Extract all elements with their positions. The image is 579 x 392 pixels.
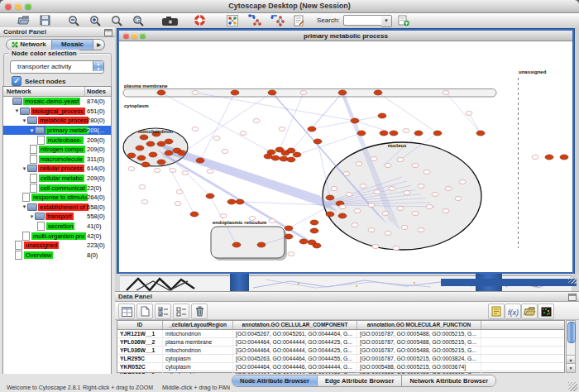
frame-zoom-button[interactable] (140, 33, 146, 39)
select-nodes-checkbox[interactable]: ✓ (12, 76, 22, 86)
network-node[interactable] (227, 199, 236, 204)
network-node-small[interactable] (240, 131, 246, 136)
network-node[interactable] (165, 139, 173, 144)
network-edge[interactable] (166, 150, 330, 204)
network-view-titlebar[interactable]: primary metabolic process (119, 31, 572, 41)
network-edge[interactable] (163, 148, 327, 203)
network-node-small[interactable] (192, 127, 199, 131)
new-attribute-icon[interactable] (136, 304, 153, 319)
zoom-fit-icon[interactable] (109, 14, 123, 26)
network-node[interactable] (313, 139, 322, 144)
scrollbar-thumb[interactable] (567, 322, 576, 343)
network-node-small[interactable] (389, 187, 395, 191)
tree-row[interactable]: ▼biological_process651(0) (3, 107, 111, 117)
network-edge[interactable] (312, 93, 342, 129)
network-edge[interactable] (297, 133, 361, 155)
table-cell[interactable]: YJR121W__1 (117, 330, 163, 337)
network-edge[interactable] (165, 149, 329, 203)
table-cell[interactable]: [GO:0016787, GO:0005488, GO:0005215, G..… (357, 347, 481, 354)
table-cell[interactable]: [GO:0044464, GO:0044444, GO:0044425, G..… (233, 347, 357, 354)
network-node[interactable] (378, 113, 386, 118)
network-node[interactable] (374, 90, 382, 95)
network-node-small[interactable] (393, 246, 400, 251)
network-node[interactable] (560, 155, 568, 160)
network-node-small[interactable] (141, 200, 148, 204)
network-node-small[interactable] (128, 167, 135, 171)
network-node[interactable] (287, 148, 295, 153)
table-scrollbar[interactable]: ▲ ▼ (566, 320, 576, 373)
node-color-dropdown[interactable]: transporter activity ▲▼ (10, 60, 104, 74)
tree-row[interactable]: multi-organism pro42(0) (3, 231, 111, 241)
disclosure-arrow-icon[interactable]: ▼ (14, 108, 20, 113)
network-edge[interactable] (168, 151, 333, 207)
network-node-small[interactable] (443, 91, 449, 95)
network-node[interactable] (310, 228, 318, 233)
network-node[interactable] (141, 162, 150, 167)
zoom-button[interactable] (25, 3, 31, 10)
network-node[interactable] (137, 155, 146, 160)
network-node[interactable] (476, 131, 485, 136)
network-node-small[interactable] (532, 155, 538, 160)
network-edge[interactable] (446, 93, 481, 133)
tab-network[interactable]: Network (6, 39, 52, 50)
network-node-small[interactable] (443, 209, 449, 213)
network-edge[interactable] (167, 151, 332, 206)
table-cell[interactable]: cytoplasm (163, 355, 233, 362)
background-frame-edge[interactable] (230, 274, 249, 291)
zoom-out-icon[interactable] (66, 14, 80, 26)
import-table-icon[interactable] (521, 304, 538, 319)
network-node-small[interactable] (346, 193, 352, 197)
network-node[interactable] (280, 156, 288, 161)
network-edge[interactable] (289, 207, 328, 228)
network-node-small[interactable] (222, 150, 228, 154)
network-node-small[interactable] (432, 193, 438, 197)
tree-row[interactable]: Overview8(0) (3, 251, 111, 261)
minimize-button[interactable] (15, 3, 22, 10)
tree-row[interactable]: ▼primary metabo209(... (3, 126, 111, 136)
network-node-small[interactable] (253, 119, 260, 123)
network-node-small[interactable] (269, 219, 275, 223)
background-window-fragment[interactable] (120, 275, 230, 291)
formula-icon[interactable]: f(x) (505, 304, 521, 319)
network-edge[interactable] (280, 93, 304, 150)
network-node-small[interactable] (404, 191, 410, 195)
tab-edge-attribute-browser[interactable]: Edge Attribute Browser (318, 375, 402, 386)
table-cell[interactable]: [GO:0044464, GO:0044444, GO:0044425, G..… (233, 338, 357, 346)
network-edge[interactable] (170, 154, 336, 210)
tree-row[interactable]: secretion41(0) (3, 222, 111, 232)
network-node-small[interactable] (385, 164, 391, 168)
network-node[interactable] (268, 90, 276, 95)
table-cell[interactable]: mitochondrion (163, 330, 233, 337)
network-overview-icon[interactable] (225, 14, 239, 26)
network-edge[interactable] (164, 149, 328, 203)
disclosure-arrow-icon[interactable]: ▼ (29, 128, 35, 133)
attribute-table-icon[interactable] (118, 304, 135, 319)
column-id[interactable]: ID (117, 321, 163, 329)
network-node-small[interactable] (371, 157, 377, 161)
network-node-small[interactable] (339, 205, 346, 209)
save-session-icon[interactable] (38, 14, 52, 26)
network-edge[interactable] (169, 152, 333, 208)
network-canvas[interactable]: plasma membrane cytoplasm mitochondrion … (119, 41, 572, 272)
network-node-small[interactable] (279, 127, 285, 131)
network-node-small[interactable] (343, 172, 350, 176)
tab-mosaic[interactable]: Mosaic (52, 39, 93, 50)
tree-row[interactable]: macromolecule311(0) (3, 155, 111, 165)
network-node[interactable] (299, 239, 308, 244)
network-node[interactable] (157, 141, 165, 146)
frame-resize-grip[interactable] (568, 275, 577, 284)
close-button[interactable] (5, 3, 12, 10)
network-node-small[interactable] (397, 207, 404, 211)
open-file-icon[interactable] (17, 14, 31, 26)
network-node-small[interactable] (401, 226, 408, 230)
select-attributes-icon[interactable] (155, 304, 171, 319)
network-node-small[interactable] (207, 170, 213, 174)
network-node[interactable] (380, 131, 388, 136)
table-cell[interactable]: [GO:0016787, GO:0005488, GO:0005215, G..… (357, 330, 481, 337)
network-node-small[interactable] (368, 228, 375, 232)
network-node[interactable] (149, 152, 157, 157)
network-node-small[interactable] (426, 205, 433, 209)
table-cell[interactable]: plasma membrane (163, 338, 233, 346)
window-resize-grip[interactable] (568, 382, 577, 391)
tree-row[interactable]: ▼cellular process614(0) (3, 164, 111, 174)
